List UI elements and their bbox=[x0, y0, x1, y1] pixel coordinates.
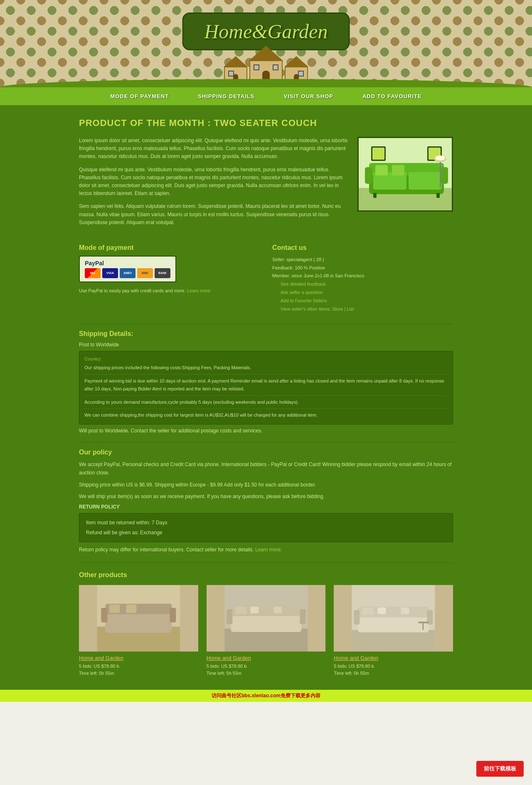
payment-contact-section: Mode of payment PayPal MC VISA AMEX DISC… bbox=[79, 244, 453, 314]
svg-rect-46 bbox=[419, 622, 429, 623]
seller-name: specialagent bbox=[286, 257, 312, 262]
svg-rect-38 bbox=[352, 630, 435, 652]
shipping-row-1: Payment of winning bid is due within 10 … bbox=[84, 377, 448, 395]
contact-link-favorites[interactable]: Add to Favorite Sellers bbox=[281, 297, 453, 305]
shipping-row-3: We can combine shipping,the shipping cos… bbox=[84, 411, 448, 419]
seller-reviews: ( 28 ) bbox=[313, 257, 324, 262]
contact-info: Seller: specialagent ( 28 ) Feedback: 10… bbox=[272, 256, 453, 314]
svg-rect-33 bbox=[300, 609, 305, 624]
divider-2 bbox=[79, 442, 453, 442]
products-grid: Home and Garden 5 bids: US $78.80 b Time… bbox=[79, 585, 453, 677]
shipping-row-0: Our shipping prices included the followi… bbox=[84, 364, 448, 375]
product-thumb-0 bbox=[79, 585, 198, 652]
payment-desc: Use PayPal to easily pay with credit car… bbox=[79, 288, 260, 293]
amex-icon: AMEX bbox=[120, 268, 135, 278]
house-roof-sm bbox=[285, 56, 308, 67]
return-box: Item must be returned within: 7 Days Ref… bbox=[79, 513, 453, 542]
shipping-section: Shipping Details: Post to Worldwide Coun… bbox=[79, 330, 453, 433]
product-card-time-1: Time left: 5h 55m bbox=[207, 670, 326, 677]
svg-rect-32 bbox=[227, 609, 232, 624]
house-window-l bbox=[254, 64, 259, 70]
nav-add-favourite[interactable]: ADD TO FAVOURITE bbox=[348, 87, 436, 105]
policy-para-2: We will ship your item(s) as soon as we … bbox=[79, 492, 453, 501]
svg-rect-45 bbox=[401, 607, 409, 614]
policy-title: Our policy bbox=[79, 449, 453, 456]
product-card-time-0: Time left: 5h 55m bbox=[79, 670, 198, 677]
house-roof-main bbox=[249, 46, 283, 60]
logo-text: Home&Garden bbox=[204, 20, 328, 42]
policy-section: Our policy We accept PayPal, Personal ch… bbox=[79, 449, 453, 554]
divider-3 bbox=[79, 563, 453, 563]
product-card-2: Home and Garden 5 bids: US $78.80 b Time… bbox=[334, 585, 453, 677]
nav-visit-shop[interactable]: VISIT OUR SHOP bbox=[269, 87, 347, 105]
product-thumb-svg-1 bbox=[207, 585, 326, 652]
svg-rect-29 bbox=[224, 629, 308, 652]
product-thumb-1 bbox=[207, 585, 326, 652]
nav-shipping-details[interactable]: SHIPPING DETAILS bbox=[183, 87, 269, 105]
watermark: 访问曲号社区bbs.xlenlao.com免费下载更多内容 bbox=[0, 690, 532, 702]
contact-link-feedback[interactable]: See detailed feedback bbox=[281, 280, 453, 289]
svg-rect-41 bbox=[354, 610, 360, 625]
svg-rect-4 bbox=[372, 148, 384, 160]
svg-rect-27 bbox=[126, 605, 136, 613]
product-thumb-2 bbox=[334, 585, 453, 652]
svg-rect-26 bbox=[109, 605, 120, 613]
product-para-2: Quisque eleifend mi quis ante. Vestibulu… bbox=[79, 166, 349, 198]
main-content: PRODUCT OF THE MONTH : TWO SEATER COUCH … bbox=[0, 105, 532, 690]
product-description: Lorem ipsum dolor sit amet, consectetuer… bbox=[79, 137, 349, 232]
house-roof bbox=[224, 56, 247, 67]
svg-rect-17 bbox=[440, 159, 441, 188]
shipping-post-note: Post to Worldwide bbox=[79, 342, 453, 348]
logo-container: Home&Garden bbox=[182, 12, 350, 50]
product-thumb-svg-2 bbox=[334, 585, 453, 652]
policy-para-0: We accept PayPal, Personal checks and Cr… bbox=[79, 460, 453, 477]
divider-1 bbox=[79, 323, 453, 324]
contact-link-items[interactable]: View seller's other items: Store | List bbox=[281, 305, 453, 314]
product-card-title-1[interactable]: Home and Garden bbox=[207, 655, 326, 661]
product-card-title-0[interactable]: Home and Garden bbox=[79, 655, 198, 661]
shipping-worldwide-note: Will post to Worldwide. Contact the sell… bbox=[79, 428, 453, 434]
house-window-r bbox=[273, 64, 278, 70]
product-card-time-2: Time left: 5h 55m bbox=[334, 670, 453, 677]
svg-rect-43 bbox=[362, 607, 374, 615]
contact-feedback: Feedback: 100 % Positive bbox=[272, 264, 453, 272]
policy-return-note: Return policy may differ for internation… bbox=[79, 546, 453, 554]
svg-rect-13 bbox=[375, 165, 388, 175]
product-card-0: Home and Garden 5 bids: US $78.80 b Time… bbox=[79, 585, 198, 677]
bank-icon: BANK bbox=[155, 268, 170, 278]
product-card-bids-2: 5 bids: US $78.80 b bbox=[334, 663, 453, 670]
contact-link-question[interactable]: Ask seller a question bbox=[281, 289, 453, 297]
policy-learn-more-link[interactable]: Learn more. bbox=[255, 547, 282, 553]
svg-rect-36 bbox=[273, 607, 282, 613]
svg-rect-35 bbox=[250, 607, 259, 613]
mastercard-icon: MC bbox=[85, 268, 101, 278]
nav-mode-of-payment[interactable]: MODE OF PAYMENT bbox=[96, 87, 183, 105]
product-image bbox=[357, 137, 453, 212]
navbar: MODE OF PAYMENT SHIPPING DETAILS VISIT O… bbox=[0, 87, 532, 105]
svg-rect-24 bbox=[101, 608, 107, 622]
contact-column: Contact us Seller: specialagent ( 28 ) F… bbox=[272, 244, 453, 314]
contact-seller: Seller: specialagent ( 28 ) bbox=[272, 256, 453, 264]
svg-rect-34 bbox=[235, 607, 246, 614]
payment-section-title: Mode of payment bbox=[79, 244, 260, 252]
product-card-bids-1: 5 bids: US $78.80 b bbox=[207, 663, 326, 670]
card-icons: MC VISA AMEX DISC BANK bbox=[85, 268, 170, 278]
sofa-svg bbox=[359, 138, 453, 212]
svg-rect-25 bbox=[170, 608, 176, 622]
return-item-1: Refund will be given as: Exchange bbox=[86, 528, 446, 538]
payment-learn-more-link[interactable]: Learn more bbox=[187, 288, 210, 293]
svg-rect-14 bbox=[392, 165, 404, 175]
svg-point-19 bbox=[435, 156, 445, 160]
product-para-1: Lorem ipsum dolor sit amet, consectetuer… bbox=[79, 137, 349, 161]
product-card-bids-0: 5 bids: US $78.80 b bbox=[79, 663, 198, 670]
inner-content: PRODUCT OF THE MONTH : TWO SEATER COUCH … bbox=[79, 114, 453, 677]
other-products-section: Other products bbox=[79, 571, 453, 677]
return-item-0: Item must be returned within: 7 Days bbox=[86, 518, 446, 528]
product-card-title-2[interactable]: Home and Garden bbox=[334, 655, 453, 661]
contact-links: See detailed feedback Ask seller a quest… bbox=[281, 280, 453, 313]
svg-rect-15 bbox=[373, 193, 377, 198]
svg-rect-44 bbox=[378, 607, 386, 614]
shipping-row-2: According to yours demand manufacture,cy… bbox=[84, 398, 448, 409]
contact-section-title: Contact us bbox=[272, 244, 453, 252]
header-house bbox=[224, 46, 308, 83]
